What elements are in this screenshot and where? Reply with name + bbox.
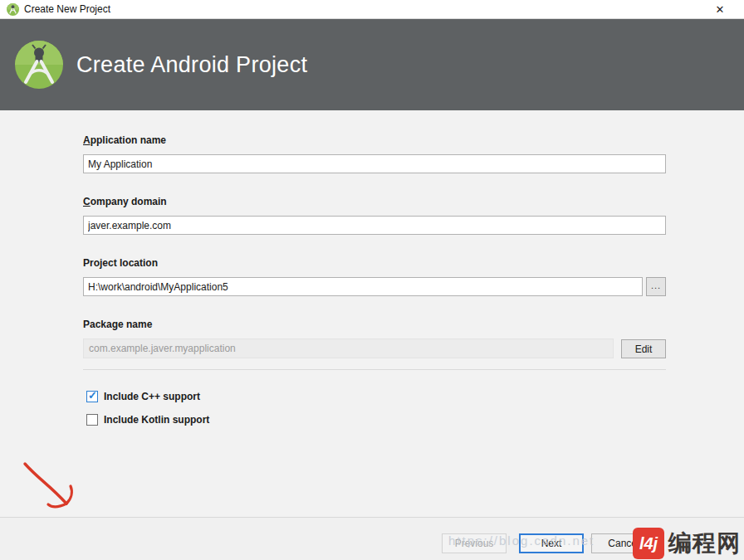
project-location-label: Project location [83,257,666,269]
company-domain-input[interactable] [83,216,666,235]
application-name-label: Application name [83,134,666,146]
wizard-header: Create Android Project [0,19,744,110]
project-location-input[interactable] [83,277,643,296]
application-name-group: Application name [83,134,666,173]
button-row: Previous Next Cancel [442,533,656,553]
package-name-group: Package name com.example.javer.myapplica… [83,319,666,370]
package-name-label: Package name [83,319,666,330]
check-icon: ✓ [88,389,97,402]
previous-button: Previous [442,533,507,553]
company-domain-label: Company domain [83,196,666,207]
annotation-arrow-icon [17,457,91,523]
include-cpp-label: Include C++ support [104,391,200,402]
include-cpp-checkbox[interactable]: ✓ [86,391,98,402]
wizard-body: Application name Company domain Project … [0,110,744,560]
project-form: Application name Company domain Project … [0,110,744,426]
include-cpp-row: ✓ Include C++ support [83,391,666,402]
application-name-input[interactable] [83,154,666,173]
edit-button[interactable]: Edit [621,339,666,358]
page-title: Create Android Project [76,52,307,78]
include-kotlin-label: Include Kotlin support [104,414,209,426]
project-location-group: Project location ... [83,257,666,296]
include-kotlin-row: Include Kotlin support [83,414,666,426]
cancel-button[interactable]: Cancel [591,533,656,553]
close-icon[interactable]: ✕ [707,0,732,19]
window-titlebar: Create New Project ✕ [0,0,744,19]
window-title: Create New Project [24,3,110,15]
android-studio-window-icon [7,3,19,16]
wizard-footer: Previous Next Cancel [0,517,744,560]
company-domain-group: Company domain [83,196,666,235]
separator [83,369,666,370]
browse-button[interactable]: ... [646,277,666,296]
include-kotlin-checkbox[interactable] [86,414,98,426]
android-studio-logo-icon [15,41,63,89]
next-button[interactable]: Next [519,533,584,553]
package-name-field: com.example.javer.myapplication [83,338,614,358]
